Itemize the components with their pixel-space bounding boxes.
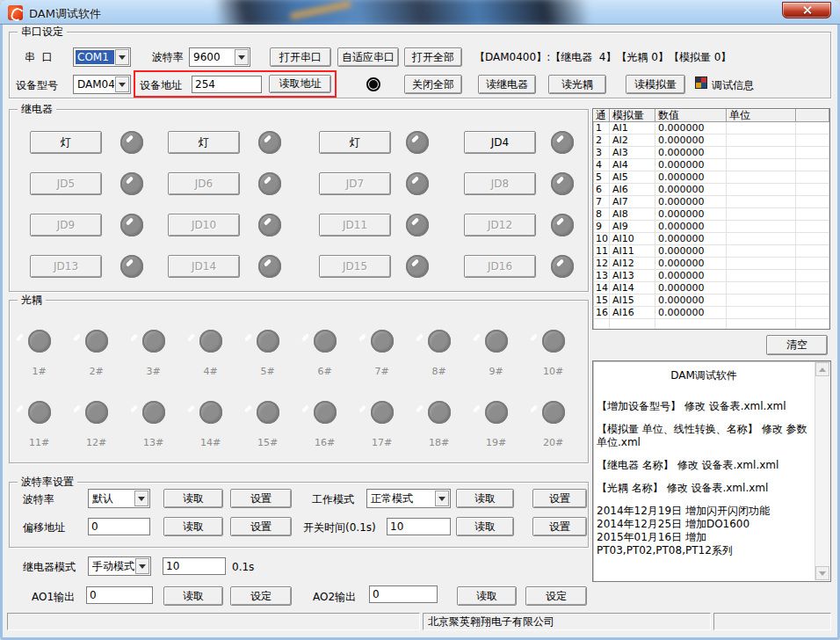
relay-button-6[interactable]: JD6 [168, 172, 240, 195]
relay-groupbox: 继电器 灯灯灯JD4JD5JD6JD7JD8JD9JD10JD11JD12JD1… [9, 109, 589, 292]
model-combobox[interactable]: DAM0400 [73, 75, 131, 94]
info-line: 2014年12月25日 增加DO1600 [597, 518, 811, 531]
analog-table-cell: 0.000000 [655, 184, 727, 196]
relay-mode-combobox[interactable]: 手动模式 [88, 556, 151, 576]
relay-button-7[interactable]: JD7 [319, 172, 391, 195]
ao2-input[interactable] [369, 585, 438, 603]
relay-button-12[interactable]: JD12 [464, 214, 536, 236]
opto-label-4: 4# [203, 366, 217, 377]
adaptive-serial-button[interactable]: 自适应串口 [337, 47, 399, 67]
relay-time-input[interactable] [163, 557, 226, 575]
switch-time-set-button[interactable]: 设置 [532, 517, 587, 536]
info-line: DAM调试软件 [597, 369, 811, 382]
analog-table-cell: 0.000000 [655, 282, 727, 295]
device-address-input[interactable] [192, 76, 262, 93]
work-mode-set-button[interactable]: 设置 [532, 489, 587, 508]
analog-table-cell [796, 135, 829, 147]
relay-led-6 [258, 172, 281, 195]
read-address-button[interactable]: 读取地址 [269, 75, 331, 93]
debug-info-label[interactable]: 调试信息 [712, 79, 754, 91]
offset-address-input[interactable] [88, 518, 150, 535]
analog-table-cell: 0.000000 [655, 245, 727, 258]
titlebar: DAM调试软件 [0, 0, 840, 25]
header-unit: 单位 [727, 109, 796, 122]
ao2-set-button[interactable]: 设定 [525, 586, 587, 606]
relay-button-16[interactable]: JD16 [464, 255, 536, 278]
offset-read-button[interactable]: 读取 [163, 517, 223, 536]
baud-setting-arrow-icon[interactable] [134, 491, 148, 506]
switch-time-read-button[interactable]: 读取 [456, 517, 514, 536]
analog-table-cell [610, 319, 655, 330]
relay-button-9[interactable]: JD9 [30, 214, 102, 236]
relay-button-13[interactable]: JD13 [30, 255, 102, 278]
ao1-read-button[interactable]: 读取 [163, 586, 223, 606]
baud-combobox-arrow-icon[interactable] [235, 49, 249, 65]
close-button[interactable] [782, 2, 831, 18]
relay-button-4[interactable]: JD4 [464, 131, 536, 154]
window-title: DAM调试软件 [29, 6, 101, 22]
offset-set-button[interactable]: 设置 [230, 517, 292, 536]
open-serial-button[interactable]: 打开串口 [270, 47, 331, 67]
relay-button-14[interactable]: JD14 [168, 255, 240, 278]
open-all-button[interactable]: 打开全部 [404, 47, 462, 67]
relay-button-10[interactable]: JD10 [168, 214, 240, 236]
baud-setting-combobox[interactable]: 默认 [88, 489, 150, 508]
clear-button[interactable]: 清空 [766, 335, 828, 355]
analog-table-cell [727, 282, 796, 295]
relay-button-5[interactable]: JD5 [30, 172, 102, 195]
close-all-button[interactable]: 关闭全部 [404, 75, 462, 94]
opto-label-17: 17# [372, 437, 392, 448]
analog-table-cell: 16 [593, 307, 610, 319]
info-line: 2014年12月19日 增加闪开闪闭功能 [597, 505, 811, 518]
relay-led-4 [551, 131, 574, 154]
scroll-up-icon[interactable] [815, 362, 829, 376]
ao2-read-button[interactable]: 读取 [457, 586, 517, 606]
work-mode-combobox[interactable]: 正常模式 [366, 489, 451, 508]
read-opto-button[interactable]: 读光耦 [548, 75, 606, 94]
analog-table-cell [727, 233, 796, 245]
ao1-set-button[interactable]: 设定 [230, 586, 292, 606]
read-analog-button[interactable]: 读模拟量 [626, 75, 685, 94]
relay-led-7 [406, 172, 429, 195]
opto-led-8 [428, 330, 451, 353]
baud-combobox[interactable]: 9600 [189, 47, 250, 67]
baud-setting-label: 波特率 [23, 493, 54, 505]
info-line: 【继电器 名称】 修改 设备表.xml.xml [597, 459, 811, 472]
baud-read-button[interactable]: 读取 [163, 489, 223, 508]
relay-led-10 [258, 214, 281, 236]
analog-table-cell: AI4 [610, 159, 655, 171]
port-combobox-arrow-icon[interactable] [115, 49, 129, 65]
analog-table-cell [727, 258, 796, 270]
scroll-down-icon[interactable] [815, 566, 829, 580]
analog-table-row: 13AI130.000000 [593, 270, 829, 282]
opto-led-15 [257, 401, 279, 424]
relay-button-15[interactable]: JD15 [319, 255, 391, 278]
model-combobox-arrow-icon[interactable] [115, 76, 129, 92]
switch-time-input[interactable] [387, 518, 451, 535]
analog-table-row [593, 319, 829, 330]
relay-mode-arrow-icon[interactable] [135, 558, 149, 574]
relay-button-3[interactable]: 灯 [319, 131, 391, 154]
port-combobox[interactable]: COM1 [73, 47, 131, 67]
info-scrollbar[interactable] [815, 362, 829, 580]
analog-table-cell: 0.000000 [655, 233, 727, 245]
work-mode-arrow-icon[interactable] [435, 491, 449, 506]
relay-button-11[interactable]: JD11 [319, 214, 391, 236]
analog-table-cell [796, 221, 829, 233]
opto-led-19 [485, 401, 508, 424]
baud-set-button[interactable]: 设置 [230, 489, 292, 508]
ao1-input[interactable] [86, 586, 153, 604]
opto-label-2: 2# [89, 366, 103, 377]
switch-time-label: 开关时间(0.1s) [303, 521, 376, 534]
opto-led-13 [142, 401, 165, 424]
analog-table-cell: 3 [593, 147, 610, 159]
read-relay-button[interactable]: 读继电器 [478, 75, 536, 94]
opto-channel-9: 9# [467, 330, 525, 377]
opto-led-16 [314, 401, 337, 424]
relay-button-2[interactable]: 灯 [168, 131, 240, 154]
relay-button-8[interactable]: JD8 [464, 172, 536, 195]
relay-button-1[interactable]: 灯 [30, 131, 102, 154]
analog-table-cell: 0.000000 [655, 196, 727, 208]
work-mode-read-button[interactable]: 读取 [456, 489, 514, 508]
baud-combobox-value: 9600 [192, 50, 234, 64]
